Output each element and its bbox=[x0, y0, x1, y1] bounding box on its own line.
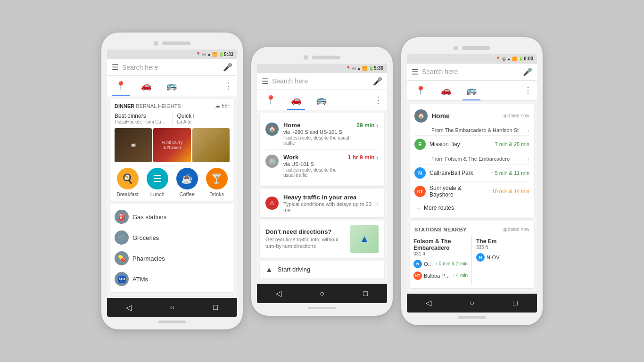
coffee-btn-1[interactable]: ☕ Coffee bbox=[176, 168, 198, 197]
n-badge-caltrain-3: N bbox=[414, 167, 426, 179]
coffee-icon-1: ☕ bbox=[176, 168, 198, 189]
mic-icon-1[interactable]: 🎤 bbox=[223, 63, 232, 72]
traffic-alert-2[interactable]: ⚠ Heavy traffic in your area Typical con… bbox=[260, 189, 384, 217]
gas-stations-item-1[interactable]: ⛽ Gas stations bbox=[110, 206, 234, 227]
home-btn-3[interactable]: ○ bbox=[462, 294, 481, 313]
search-bar-1[interactable]: ☰ Search here 🎤 bbox=[107, 59, 237, 76]
breakfast-btn-1[interactable]: 🍳 Breakfast bbox=[116, 168, 138, 197]
search-input-1[interactable]: Search here bbox=[122, 64, 219, 71]
mic-icon-3[interactable]: 🎤 bbox=[523, 67, 532, 76]
from-chevron-2-3: › bbox=[528, 156, 529, 163]
pharmacy-label-1: Pharmacies bbox=[132, 255, 165, 262]
dinner-col-quick-1[interactable]: Quick I La Alte bbox=[173, 111, 235, 126]
balboa-line-3[interactable]: KT Balboa Park Station ↑ 4 min bbox=[413, 270, 468, 281]
pharmacies-item-1[interactable]: 💊 Pharmacies bbox=[110, 248, 234, 269]
kt-badge-balboa-3: KT bbox=[413, 272, 422, 280]
pharmacy-icon-1: 💊 bbox=[115, 251, 129, 265]
route-work-2[interactable]: 🏢 Work via US-101 S Fastest route, despi… bbox=[265, 150, 379, 181]
weather-1: ☁ 55° bbox=[215, 103, 230, 109]
recent-btn-3[interactable]: □ bbox=[506, 294, 525, 313]
coffee-label-1: Coffee bbox=[180, 191, 195, 197]
station-dist-1-3: 331 ft bbox=[413, 251, 468, 256]
nav-tabs-2: 📍 🚗 🚌 ⋮ bbox=[257, 90, 387, 110]
tab-location-3[interactable]: 📍 bbox=[412, 83, 429, 98]
no-directions-card-2[interactable]: Don't need directions? Get real-time tra… bbox=[260, 220, 384, 258]
home-btn-2[interactable]: ○ bbox=[313, 284, 331, 303]
recent-btn-2[interactable]: □ bbox=[356, 284, 375, 303]
caltrain-row-3[interactable]: N Caltrain/Ball Park ↑ 5 min & 11 min bbox=[414, 165, 529, 182]
recent-btn-1[interactable]: □ bbox=[206, 298, 225, 317]
tab-car-3[interactable]: 🚗 bbox=[437, 83, 455, 98]
from-line-1-3[interactable]: From The Embarcadero & Harrison St › bbox=[414, 124, 529, 136]
balboa-time-3: ↑ 4 min bbox=[453, 273, 468, 278]
map-mini-2: ▲ bbox=[350, 225, 379, 253]
location-tab-icon-2: 📍 bbox=[265, 95, 276, 105]
more-routes-btn-3[interactable]: → More routes bbox=[414, 201, 529, 214]
tab-location-2[interactable]: 📍 bbox=[262, 93, 280, 107]
ocean-beach-line-3[interactable]: N Ocean Beach ↑ 0 min & 2 min bbox=[413, 258, 468, 270]
search-input-3[interactable]: Search here bbox=[422, 68, 519, 75]
from-line-2-3[interactable]: From Folsom & The Embarcadero › bbox=[414, 153, 529, 165]
home-card-3: 🏠 Home updated now From The Embarcadero … bbox=[410, 104, 534, 218]
camera-dot-1 bbox=[154, 41, 158, 46]
camera-dot-3 bbox=[454, 46, 458, 50]
photo-2-1[interactable]: Fumi Curry& Ramen bbox=[153, 128, 190, 162]
stations-updated-3: updated now bbox=[503, 227, 529, 232]
phone-top-1 bbox=[107, 41, 237, 46]
search-bar-3[interactable]: ☰ Search here 🎤 bbox=[407, 64, 537, 81]
nearby-card-1: ⛽ Gas stations 🛒 Groceries 💊 Pharmacies … bbox=[110, 204, 234, 292]
hamburger-icon-1[interactable]: ☰ bbox=[112, 63, 118, 72]
hamburger-icon-2[interactable]: ☰ bbox=[262, 77, 268, 86]
mission-bay-name-3: Mission Bay bbox=[429, 141, 491, 148]
home-route-chevron-2: › bbox=[376, 122, 379, 129]
atm-label-1: ATMs bbox=[132, 276, 148, 283]
tab-car-2[interactable]: 🚗 bbox=[287, 93, 305, 107]
search-bar-2[interactable]: ☰ Search here 🎤 bbox=[257, 73, 387, 90]
caltrain-name-3: Caltrain/Ball Park bbox=[429, 170, 487, 176]
photo-text-1-1: 🍽️ bbox=[130, 142, 137, 149]
back-btn-3[interactable]: ◁ bbox=[419, 294, 438, 313]
station-col-2-3: The Em 335 ft N N-OV bbox=[472, 235, 534, 284]
status-icons-3: 📍 ◎ ▲ 📶 🔋 bbox=[495, 57, 524, 61]
back-btn-1[interactable]: ◁ bbox=[119, 298, 138, 317]
sunnydale-row-3[interactable]: KT Sunnydale & Bayshore ↑ 10 min & 14 mi… bbox=[414, 182, 529, 201]
tab-transit-2[interactable]: 🚌 bbox=[313, 93, 330, 107]
kt-badge-sunnydale-3: KT bbox=[414, 186, 426, 197]
home-btn-1[interactable]: ○ bbox=[163, 298, 182, 317]
photo-1-1[interactable]: 🍽️ bbox=[115, 128, 152, 162]
drinks-btn-1[interactable]: 🍸 Drinks bbox=[206, 168, 228, 197]
n-badge-nov-3: N bbox=[476, 253, 485, 262]
more-options-icon-3[interactable]: ⋮ bbox=[524, 85, 532, 96]
atms-item-1[interactable]: 🏧 ATMs bbox=[110, 269, 234, 289]
photo-3-1[interactable]: 🪑 bbox=[192, 128, 230, 162]
tab-car-1[interactable]: 🚗 bbox=[137, 79, 155, 93]
tab-location-1[interactable]: 📍 bbox=[112, 79, 130, 93]
bottom-pill-2 bbox=[308, 307, 336, 309]
home-header-3: 🏠 Home updated now bbox=[414, 107, 529, 124]
stations-title-3: STATIONS NEARBY bbox=[414, 227, 467, 232]
tab-transit-1[interactable]: 🚌 bbox=[163, 79, 181, 93]
back-btn-2[interactable]: ◁ bbox=[269, 284, 288, 303]
lunch-btn-1[interactable]: ☰ Lunch bbox=[147, 168, 168, 197]
start-driving-btn-2[interactable]: ▲ Start driving bbox=[260, 261, 384, 279]
phones-container: 📍 ◎ ▲ 📶 🔋 5:33 ☰ Search here 🎤 📍 🚗 🚌 ⋮ bbox=[101, 33, 543, 329]
phone-content-3: 🏠 Home updated now From The Embarcadero … bbox=[407, 101, 537, 291]
routes-card-2: 🏠 Home via I-280 S and US-101 S Fastest … bbox=[260, 113, 384, 186]
more-options-icon-1[interactable]: ⋮ bbox=[224, 81, 232, 91]
mic-icon-2[interactable]: 🎤 bbox=[373, 77, 382, 86]
status-icons-1: 📍 ◎ ▲ 📶 🔋 bbox=[196, 52, 224, 57]
groceries-item-1[interactable]: 🛒 Groceries bbox=[110, 227, 234, 248]
dinner-col-best-1[interactable]: Best dinners PizzaHacker, Fumi Curry & R… bbox=[110, 111, 173, 126]
route-home-2[interactable]: 🏠 Home via I-280 S and US-101 S Fastest … bbox=[265, 118, 379, 150]
home-title-3: Home bbox=[431, 112, 499, 120]
photo-text-2-1: Fumi Curry& Ramen bbox=[161, 139, 184, 151]
tab-transit-3[interactable]: 🚌 bbox=[462, 83, 480, 98]
lunch-icon-1: ☰ bbox=[147, 168, 168, 189]
search-input-2[interactable]: Search here bbox=[272, 77, 369, 85]
nov-line-3[interactable]: N N-OV bbox=[476, 252, 530, 263]
hamburger-icon-3[interactable]: ☰ bbox=[412, 67, 418, 76]
more-options-icon-2[interactable]: ⋮ bbox=[374, 95, 382, 105]
mission-bay-row-3[interactable]: E Mission Bay 7 min & 25 min bbox=[414, 136, 529, 153]
from-chevron-1-3: › bbox=[528, 127, 529, 134]
station-name-2-3: The Em bbox=[476, 238, 530, 245]
